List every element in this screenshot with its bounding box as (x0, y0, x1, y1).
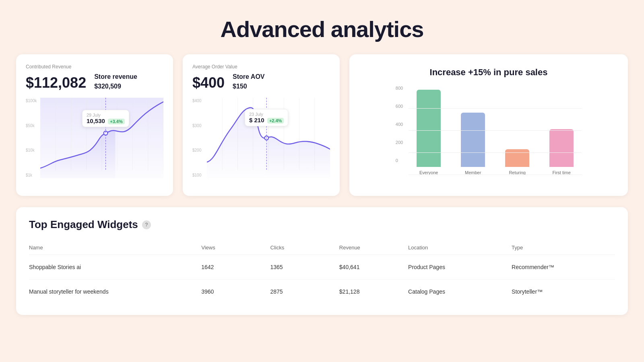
row1-views: 1642 (201, 264, 270, 270)
revenue-tooltip: 29 July 10,530 +3.4% (82, 110, 129, 127)
bar-y-200: 200 (396, 140, 403, 145)
aov-y-2: $300 (192, 123, 207, 128)
revenue-sub-label: Store revenue (94, 72, 137, 82)
bar-returning: Returing (505, 149, 529, 175)
bar-firsttime: First time (549, 129, 574, 175)
bar-everyone: Everyone (417, 90, 441, 175)
aov-y-1: $400 (192, 99, 207, 103)
y-label-4: $1k (26, 173, 40, 177)
widgets-header: Top Engaged Widgets ? (29, 218, 615, 231)
bar-chart-title: Increase +15% in pure sales (359, 67, 618, 78)
revenue-tooltip-date: 29 July (87, 113, 125, 117)
aov-main-value: $400 (192, 74, 225, 91)
revenue-sub-value: $320,509 (94, 82, 137, 91)
revenue-label: Contributed Revenue (26, 64, 163, 70)
table-header: Name Views Clicks Revenue Location Type (29, 241, 615, 255)
col-revenue: Revenue (339, 245, 408, 251)
bar-everyone-rect (417, 90, 441, 167)
aov-chart: $400 $300 $200 $100 (192, 98, 330, 178)
row2-revenue: $21,128 (339, 288, 408, 295)
aov-y-axis: $400 $300 $200 $100 (192, 98, 207, 178)
revenue-chart: $100k $50k $10k $1k (26, 98, 163, 178)
y-label-1: $100k (26, 99, 40, 103)
aov-sub-value: $150 (233, 82, 264, 91)
row2-views: 3960 (201, 288, 270, 295)
widgets-section: Top Engaged Widgets ? Name Views Clicks … (16, 207, 628, 315)
col-type: Type (512, 245, 615, 251)
revenue-card: Contributed Revenue $112,082 Store reven… (16, 54, 173, 196)
aov-label: Average Order Value (192, 64, 330, 70)
bar-returning-rect (505, 149, 529, 167)
revenue-main-value: $112,082 (26, 74, 86, 91)
aov-y-4: $100 (192, 173, 207, 177)
aov-tooltip: 23 July $ 210 +2.4% (245, 109, 288, 126)
bar-chart-card: Increase +15% in pure sales 800 600 400 … (349, 54, 628, 196)
col-location: Location (408, 245, 512, 251)
row1-revenue: $40,641 (339, 264, 408, 270)
page-title: Advanced analytics (0, 0, 644, 54)
aov-tooltip-value: $ 210 (249, 117, 264, 123)
row1-clicks: 1365 (270, 264, 339, 270)
bar-member: Member (461, 113, 485, 175)
aov-sub: Store AOV $150 (233, 72, 264, 91)
revenue-sub: Store revenue $320,509 (94, 72, 137, 91)
aov-sub-label: Store AOV (233, 72, 264, 82)
row2-clicks: 2875 (270, 288, 339, 295)
help-icon[interactable]: ? (142, 220, 151, 229)
y-label-2: $50k (26, 123, 40, 128)
row1-location: Product Pages (408, 264, 512, 270)
bar-y-600: 600 (396, 104, 403, 109)
aov-y-3: $200 (192, 148, 207, 152)
row2-name: Manual storyteller for weekends (29, 288, 201, 295)
revenue-tooltip-value: 10,530 (87, 117, 105, 124)
col-views: Views (201, 245, 270, 251)
aov-tooltip-date: 23 July (249, 112, 284, 117)
y-label-3: $10k (26, 148, 40, 152)
revenue-y-axis: $100k $50k $10k $1k (26, 98, 40, 178)
row2-type: Storyteller™ (512, 288, 615, 295)
bar-y-400: 400 (396, 122, 403, 127)
row1-type: Recommender™ (512, 264, 615, 270)
bar-member-rect (461, 113, 485, 167)
table-row: Shoppable Stories ai 1642 1365 $40,641 P… (29, 255, 615, 280)
aov-card: Average Order Value $400 Store AOV $150 … (183, 54, 340, 196)
widgets-title: Top Engaged Widgets (29, 218, 138, 231)
bar-y-0: 0 (396, 158, 403, 163)
col-clicks: Clicks (270, 245, 339, 251)
bar-firsttime-rect (549, 129, 574, 167)
revenue-tooltip-pct: +3.4% (108, 119, 125, 124)
aov-tooltip-pct: +2.4% (267, 118, 284, 123)
table-row: Manual storyteller for weekends 3960 287… (29, 280, 615, 304)
bar-y-800: 800 (396, 86, 403, 90)
col-name: Name (29, 245, 201, 251)
row1-name: Shoppable Stories ai (29, 264, 201, 270)
row2-location: Catalog Pages (408, 288, 512, 295)
